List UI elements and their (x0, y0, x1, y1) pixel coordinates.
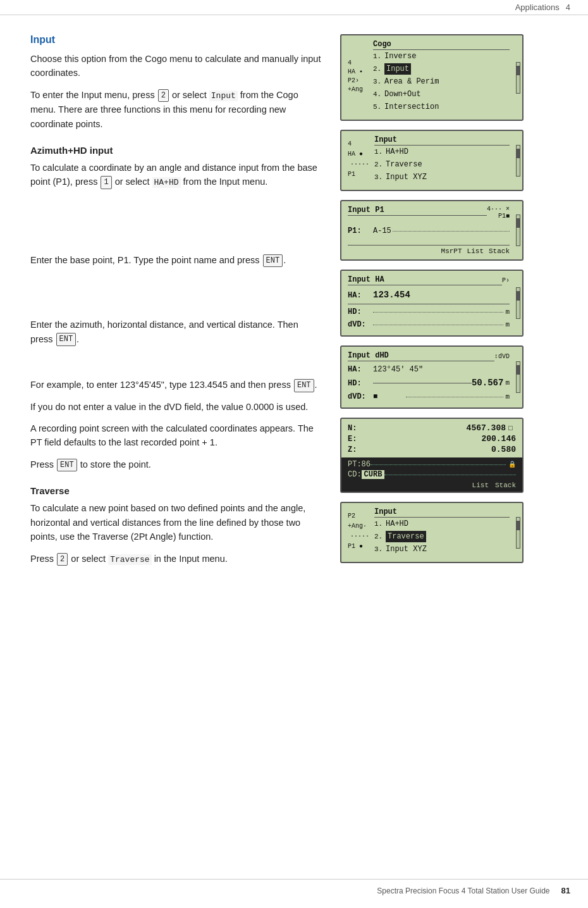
scroll-indicator-1 (516, 35, 520, 120)
input-menu-diagram: 4 HA ● ····· P1 (348, 139, 369, 180)
cogo-menu-screen: 4 HA ▪ P2› +Ang Cogo 1.Inverse 2.Input 3… (340, 34, 542, 121)
azimuth-para7: Press ENT to store the point. (30, 457, 322, 471)
traverse-diagram: P2 +Ang· ····· P1 ● (348, 511, 369, 552)
scroll-indicator-3 (516, 201, 520, 259)
footer-text: Spectra Precision Focus 4 Total Station … (377, 886, 549, 895)
ent-badge-2: ENT (56, 333, 77, 346)
traverse-heading: Traverse (30, 485, 322, 496)
result-coords-screen: N: 4567.308 □ E: 200.146 Z: 0.580 (340, 418, 542, 493)
input-menu-screen: 4 HA ● ····· P1 Input 1.HA+HD 2.Traverse… (340, 130, 542, 191)
traverse-para1: To calculate a new point based on two de… (30, 501, 322, 544)
dvd-icon: ↕dVD (494, 353, 510, 360)
text-column: Input Choose this option from the Cogo m… (30, 34, 340, 574)
azimuth-para1: To calculate a coordinate by an angle an… (30, 161, 322, 190)
scroll-indicator-5 (516, 347, 520, 407)
traverse-code: Traverse (108, 554, 151, 565)
chapter-num: 4 (566, 3, 570, 12)
hahd-code: HA+HD (152, 177, 181, 188)
input-menu-title-bar: 4 HA ● ····· P1 Input 1.HA+HD 2.Traverse… (348, 135, 510, 183)
chapter-label: Applications (515, 3, 560, 12)
pt-lock-icon: 🔒 (508, 461, 516, 468)
footer-page: 81 (561, 886, 570, 895)
n-icon: □ (508, 425, 516, 432)
cogo-title-bar: 4 HA ▪ P2› +Ang Cogo 1.Inverse 2.Input 3… (348, 40, 510, 113)
azimuth-para3: Enter the azimuth, horizontal distance, … (30, 318, 322, 346)
input-ha-title: Input HA (348, 275, 502, 285)
input-dhd-screen: Input dHD ↕dVD HA: 123°45' 45" HD: 50.56… (340, 345, 542, 409)
key-1-badge: 1 (101, 176, 111, 189)
input-intro: Choose this option from the Cogo menu to… (30, 52, 322, 80)
azimuth-para6: A recording point screen with the calcul… (30, 421, 322, 450)
ent-badge-4: ENT (57, 459, 77, 472)
azimuth-heading: Azimuth+HD input (30, 145, 322, 156)
traverse-title: Input (374, 507, 510, 518)
cogo-diagram: 4 HA ▪ P2› +Ang (348, 59, 368, 94)
ha-icon: P› (502, 277, 510, 284)
page-footer: Spectra Precision Focus 4 Total Station … (0, 879, 588, 895)
traverse-menu-title-bar: P2 +Ang· ····· P1 ● Input 1.HA+HD 2.Trav… (348, 507, 510, 556)
input-dhd-title: Input dHD (348, 351, 494, 361)
p1-softkeys: MsrPT List Stack (348, 245, 510, 255)
input-ha-screen: Input HA P› HA: 123.454 HD: m dVD: m (340, 270, 542, 337)
input-p1-title: Input P1 (348, 206, 487, 216)
scroll-indicator-2 (516, 131, 520, 190)
key-2-traverse: 2 (57, 553, 68, 566)
ent-badge-1: ENT (263, 254, 283, 268)
input-p1-screen: Input P1 4··· × P1■ P1: A-15 MsrPT Lis (340, 200, 542, 261)
input-menu-title: Input (374, 135, 510, 146)
traverse-menu-screen: P2 +Ang· ····· P1 ● Input 1.HA+HD 2.Trav… (340, 502, 542, 563)
input-code: Input (209, 90, 238, 101)
azimuth-para5: If you do not enter a value in the dVD f… (30, 400, 322, 414)
page-header: Applications 4 (0, 0, 588, 15)
page-body: Input Choose this option from the Cogo m… (0, 15, 588, 593)
traverse-para2: Press 2 or select Traverse in the Input … (30, 552, 322, 566)
azimuth-para4: For example, to enter 123°45'45", type 1… (30, 378, 322, 392)
scroll-indicator-7 (516, 503, 520, 562)
cogo-title: Cogo (373, 40, 510, 50)
screens-column: 4 HA ▪ P2› +Ang Cogo 1.Inverse 2.Input 3… (340, 34, 542, 574)
azimuth-para2: Enter the base point, P1. Type the point… (30, 253, 322, 267)
input-para1: To enter the Input menu, press 2 or sele… (30, 88, 322, 131)
input-heading: Input (30, 34, 322, 46)
key-2-badge: 2 (158, 89, 169, 103)
scroll-indicator-4 (516, 271, 520, 335)
p1-diagram: 4··· × P1■ (487, 206, 510, 220)
ent-badge-3: ENT (294, 379, 314, 392)
